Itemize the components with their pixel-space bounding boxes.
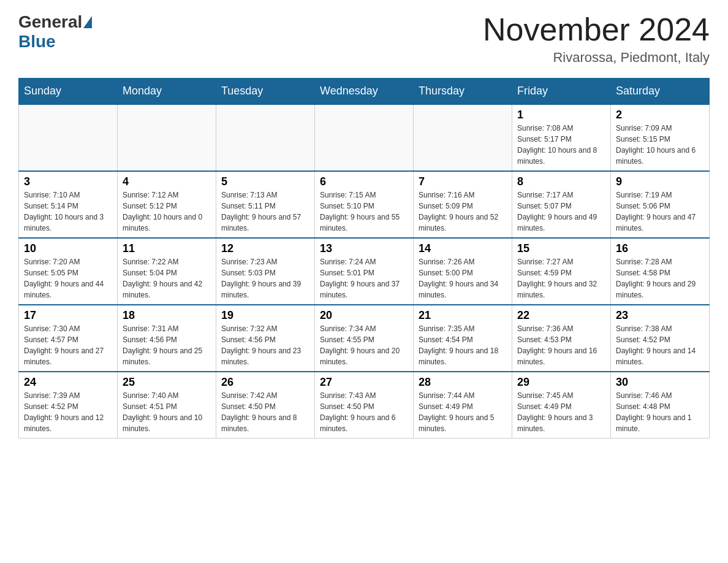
day-sun-info: Sunrise: 7:42 AM Sunset: 4:50 PM Dayligh…: [221, 390, 309, 434]
calendar-day-cell: 20Sunrise: 7:34 AM Sunset: 4:55 PM Dayli…: [315, 305, 414, 372]
calendar-day-cell: 11Sunrise: 7:22 AM Sunset: 5:04 PM Dayli…: [118, 238, 216, 305]
day-of-week-header: Friday: [512, 79, 611, 105]
day-sun-info: Sunrise: 7:24 AM Sunset: 5:01 PM Dayligh…: [320, 256, 408, 301]
calendar-day-cell: 27Sunrise: 7:43 AM Sunset: 4:50 PM Dayli…: [315, 372, 414, 439]
day-sun-info: Sunrise: 7:26 AM Sunset: 5:00 PM Dayligh…: [419, 256, 507, 301]
day-number: 19: [221, 309, 309, 322]
day-of-week-header: Tuesday: [216, 79, 315, 105]
calendar-day-cell: 6Sunrise: 7:15 AM Sunset: 5:10 PM Daylig…: [315, 171, 414, 238]
calendar-day-cell: 10Sunrise: 7:20 AM Sunset: 5:05 PM Dayli…: [19, 238, 118, 305]
calendar-day-cell: 24Sunrise: 7:39 AM Sunset: 4:52 PM Dayli…: [19, 372, 118, 439]
day-sun-info: Sunrise: 7:38 AM Sunset: 4:52 PM Dayligh…: [616, 323, 704, 367]
calendar-week-row: 17Sunrise: 7:30 AM Sunset: 4:57 PM Dayli…: [19, 305, 710, 372]
location-subtitle: Rivarossa, Piedmont, Italy: [483, 50, 710, 66]
day-number: 25: [123, 376, 211, 389]
calendar-day-cell: 5Sunrise: 7:13 AM Sunset: 5:11 PM Daylig…: [216, 171, 315, 238]
day-number: 10: [24, 242, 112, 255]
calendar-day-cell: 18Sunrise: 7:31 AM Sunset: 4:56 PM Dayli…: [118, 305, 216, 372]
day-number: 23: [616, 309, 704, 322]
logo: General Blue: [18, 12, 93, 52]
day-of-week-header: Saturday: [611, 79, 710, 105]
day-number: 18: [123, 309, 211, 322]
day-sun-info: Sunrise: 7:44 AM Sunset: 4:49 PM Dayligh…: [419, 390, 507, 434]
day-sun-info: Sunrise: 7:35 AM Sunset: 4:54 PM Dayligh…: [419, 323, 507, 367]
day-number: 20: [320, 309, 408, 322]
day-sun-info: Sunrise: 7:13 AM Sunset: 5:11 PM Dayligh…: [221, 190, 309, 234]
day-sun-info: Sunrise: 7:39 AM Sunset: 4:52 PM Dayligh…: [24, 390, 112, 434]
day-number: 2: [616, 109, 704, 121]
calendar-day-cell: 12Sunrise: 7:23 AM Sunset: 5:03 PM Dayli…: [216, 238, 315, 305]
day-of-week-header: Sunday: [19, 79, 118, 105]
day-number: 27: [320, 376, 408, 389]
calendar-day-cell: 22Sunrise: 7:36 AM Sunset: 4:53 PM Dayli…: [512, 305, 611, 372]
calendar-week-row: 24Sunrise: 7:39 AM Sunset: 4:52 PM Dayli…: [19, 372, 710, 439]
day-sun-info: Sunrise: 7:19 AM Sunset: 5:06 PM Dayligh…: [616, 190, 704, 234]
day-of-week-header: Monday: [118, 79, 216, 105]
calendar-day-cell: 29Sunrise: 7:45 AM Sunset: 4:49 PM Dayli…: [512, 372, 611, 439]
day-sun-info: Sunrise: 7:23 AM Sunset: 5:03 PM Dayligh…: [221, 256, 309, 301]
day-of-week-header: Thursday: [414, 79, 512, 105]
day-sun-info: Sunrise: 7:09 AM Sunset: 5:15 PM Dayligh…: [616, 123, 704, 167]
calendar-day-cell: 17Sunrise: 7:30 AM Sunset: 4:57 PM Dayli…: [19, 305, 118, 372]
calendar-day-cell: 9Sunrise: 7:19 AM Sunset: 5:06 PM Daylig…: [611, 171, 710, 238]
day-sun-info: Sunrise: 7:45 AM Sunset: 4:49 PM Dayligh…: [517, 390, 605, 434]
calendar-day-cell: 28Sunrise: 7:44 AM Sunset: 4:49 PM Dayli…: [414, 372, 512, 439]
day-sun-info: Sunrise: 7:15 AM Sunset: 5:10 PM Dayligh…: [320, 190, 408, 234]
calendar-week-row: 3Sunrise: 7:10 AM Sunset: 5:14 PM Daylig…: [19, 171, 710, 238]
day-number: 11: [123, 242, 211, 255]
calendar-header-row: SundayMondayTuesdayWednesdayThursdayFrid…: [19, 79, 710, 105]
day-sun-info: Sunrise: 7:46 AM Sunset: 4:48 PM Dayligh…: [616, 390, 704, 434]
day-sun-info: Sunrise: 7:34 AM Sunset: 4:55 PM Dayligh…: [320, 323, 408, 367]
day-sun-info: Sunrise: 7:30 AM Sunset: 4:57 PM Dayligh…: [24, 323, 112, 367]
day-sun-info: Sunrise: 7:40 AM Sunset: 4:51 PM Dayligh…: [123, 390, 211, 434]
day-number: 21: [419, 309, 507, 322]
day-number: 14: [419, 242, 507, 255]
day-of-week-header: Wednesday: [315, 79, 414, 105]
day-number: 7: [419, 175, 507, 188]
day-sun-info: Sunrise: 7:12 AM Sunset: 5:12 PM Dayligh…: [123, 190, 211, 234]
logo-general-text: General: [18, 12, 82, 32]
calendar-day-cell: 30Sunrise: 7:46 AM Sunset: 4:48 PM Dayli…: [611, 372, 710, 439]
calendar-day-cell: [19, 104, 118, 171]
day-number: 24: [24, 376, 112, 389]
day-sun-info: Sunrise: 7:10 AM Sunset: 5:14 PM Dayligh…: [24, 190, 112, 234]
calendar-day-cell: [118, 104, 216, 171]
day-sun-info: Sunrise: 7:43 AM Sunset: 4:50 PM Dayligh…: [320, 390, 408, 434]
day-number: 6: [320, 175, 408, 188]
calendar-day-cell: 16Sunrise: 7:28 AM Sunset: 4:58 PM Dayli…: [611, 238, 710, 305]
day-sun-info: Sunrise: 7:16 AM Sunset: 5:09 PM Dayligh…: [419, 190, 507, 234]
calendar-day-cell: 4Sunrise: 7:12 AM Sunset: 5:12 PM Daylig…: [118, 171, 216, 238]
month-year-title: November 2024: [483, 12, 710, 47]
calendar-day-cell: 13Sunrise: 7:24 AM Sunset: 5:01 PM Dayli…: [315, 238, 414, 305]
calendar-day-cell: 7Sunrise: 7:16 AM Sunset: 5:09 PM Daylig…: [414, 171, 512, 238]
calendar-day-cell: 26Sunrise: 7:42 AM Sunset: 4:50 PM Dayli…: [216, 372, 315, 439]
day-number: 9: [616, 175, 704, 188]
day-sun-info: Sunrise: 7:36 AM Sunset: 4:53 PM Dayligh…: [517, 323, 605, 367]
day-number: 26: [221, 376, 309, 389]
calendar-day-cell: [216, 104, 315, 171]
day-number: 22: [517, 309, 605, 322]
calendar-day-cell: 21Sunrise: 7:35 AM Sunset: 4:54 PM Dayli…: [414, 305, 512, 372]
day-number: 1: [517, 109, 605, 121]
calendar-day-cell: 1Sunrise: 7:08 AM Sunset: 5:17 PM Daylig…: [512, 104, 611, 171]
calendar-day-cell: 2Sunrise: 7:09 AM Sunset: 5:15 PM Daylig…: [611, 104, 710, 171]
calendar-week-row: 1Sunrise: 7:08 AM Sunset: 5:17 PM Daylig…: [19, 104, 710, 171]
title-section: November 2024 Rivarossa, Piedmont, Italy: [483, 12, 710, 66]
day-sun-info: Sunrise: 7:32 AM Sunset: 4:56 PM Dayligh…: [221, 323, 309, 367]
day-number: 5: [221, 175, 309, 188]
day-sun-info: Sunrise: 7:31 AM Sunset: 4:56 PM Dayligh…: [123, 323, 211, 367]
calendar-day-cell: 14Sunrise: 7:26 AM Sunset: 5:00 PM Dayli…: [414, 238, 512, 305]
day-number: 28: [419, 376, 507, 389]
day-number: 17: [24, 309, 112, 322]
day-sun-info: Sunrise: 7:08 AM Sunset: 5:17 PM Dayligh…: [517, 123, 605, 167]
calendar-week-row: 10Sunrise: 7:20 AM Sunset: 5:05 PM Dayli…: [19, 238, 710, 305]
page-header: General Blue November 2024 Rivarossa, Pi…: [18, 12, 710, 66]
calendar-day-cell: 23Sunrise: 7:38 AM Sunset: 4:52 PM Dayli…: [611, 305, 710, 372]
day-number: 12: [221, 242, 309, 255]
day-number: 3: [24, 175, 112, 188]
day-number: 8: [517, 175, 605, 188]
calendar-day-cell: 3Sunrise: 7:10 AM Sunset: 5:14 PM Daylig…: [19, 171, 118, 238]
day-sun-info: Sunrise: 7:20 AM Sunset: 5:05 PM Dayligh…: [24, 256, 112, 301]
calendar-day-cell: 8Sunrise: 7:17 AM Sunset: 5:07 PM Daylig…: [512, 171, 611, 238]
day-number: 15: [517, 242, 605, 255]
